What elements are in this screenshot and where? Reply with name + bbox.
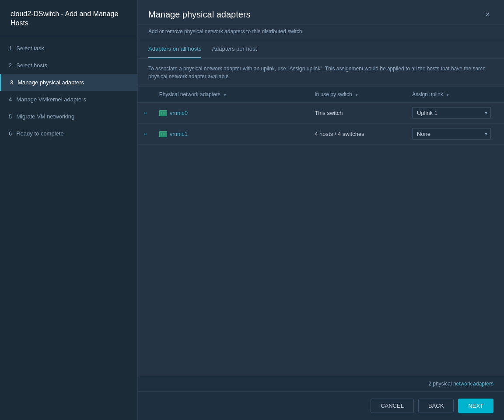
next-button[interactable]: NEXT <box>458 399 494 413</box>
col-expand <box>138 87 153 102</box>
inuse-cell: 4 hosts / 4 switches <box>308 123 406 144</box>
dialog-header: Manage physical adapters × <box>138 0 504 25</box>
physical-filter-icon[interactable]: ▾ <box>224 92 226 98</box>
adapter-name: vmnic0 <box>170 110 188 116</box>
expand-icon[interactable]: » <box>138 102 153 123</box>
step-3-number: 3 <box>10 79 13 86</box>
adapters-table: Physical network adapters ▾ In use by sw… <box>138 87 504 145</box>
step-1-label: Select task <box>16 45 44 52</box>
sidebar-step-2[interactable]: 2 Select hosts <box>0 57 137 74</box>
step-2-number: 2 <box>9 62 12 69</box>
tab-all-hosts[interactable]: Adapters on all hosts <box>148 40 201 58</box>
adapter-icon <box>159 131 167 137</box>
cancel-button[interactable]: CANCEL <box>371 399 414 413</box>
step-1-number: 1 <box>9 45 12 52</box>
sidebar: cloud2-DSwitch - Add and Manage Hosts 1 … <box>0 0 138 420</box>
expand-icon[interactable]: » <box>138 123 153 144</box>
tabs-bar: Adapters on all hosts Adapters per host <box>138 40 504 59</box>
step-2-label: Select hosts <box>16 62 47 69</box>
uplink-select-wrapper: Uplink 1Uplink 2None <box>412 107 491 119</box>
info-text: To associate a physical network adapter … <box>138 59 504 87</box>
inuse-cell: This switch <box>308 102 406 123</box>
main-dialog: Manage physical adapters × Add or remove… <box>138 0 504 420</box>
sidebar-step-5[interactable]: 5 Migrate VM networking <box>0 108 137 125</box>
assign-uplink-cell: Uplink 1Uplink 2None <box>406 123 504 144</box>
table-footer: 2 physical network adapters <box>138 376 504 391</box>
adapter-cell: vmnic0 <box>153 102 309 123</box>
col-physical-header: Physical network adapters ▾ <box>153 87 309 102</box>
table-container: Physical network adapters ▾ In use by sw… <box>138 87 504 376</box>
step-4-label: Manage VMkernel adapters <box>16 96 86 103</box>
assign-uplink-cell: Uplink 1Uplink 2None <box>406 102 504 123</box>
sidebar-step-3[interactable]: 3 Manage physical adapters <box>0 74 137 91</box>
adapter-cell: vmnic1 <box>153 123 309 144</box>
step-5-label: Migrate VM networking <box>16 113 74 120</box>
tab-per-host[interactable]: Adapters per host <box>212 40 257 58</box>
step-3-label: Manage physical adapters <box>18 79 84 86</box>
step-4-number: 4 <box>9 96 12 103</box>
step-6-label: Ready to complete <box>16 130 63 137</box>
col-inuse-header: In use by switch ▾ <box>308 87 406 102</box>
adapter-name: vmnic1 <box>170 131 188 137</box>
app-container: cloud2-DSwitch - Add and Manage Hosts 1 … <box>0 0 504 420</box>
col-assign-header: Assign uplink ▾ <box>406 87 504 102</box>
uplink-dropdown-1[interactable]: Uplink 1Uplink 2None <box>412 128 491 140</box>
dialog-title: Manage physical adapters <box>148 10 250 20</box>
sidebar-step-6[interactable]: 6 Ready to complete <box>0 125 137 142</box>
sidebar-steps: 1 Select task 2 Select hosts 3 Manage ph… <box>0 36 137 146</box>
sidebar-step-4[interactable]: 4 Manage VMkernel adapters <box>0 91 137 108</box>
uplink-select-wrapper: Uplink 1Uplink 2None <box>412 128 491 140</box>
close-button[interactable]: × <box>482 9 494 20</box>
sidebar-step-1[interactable]: 1 Select task <box>0 40 137 57</box>
table-row: »vmnic0This switchUplink 1Uplink 2None <box>138 102 504 123</box>
table-row: »vmnic14 hosts / 4 switchesUplink 1Uplin… <box>138 123 504 144</box>
adapter-icon <box>159 110 167 116</box>
step-5-number: 5 <box>9 113 12 120</box>
uplink-dropdown-0[interactable]: Uplink 1Uplink 2None <box>412 107 491 119</box>
assign-filter-icon[interactable]: ▾ <box>446 92 449 98</box>
step-6-number: 6 <box>9 130 12 137</box>
back-button[interactable]: BACK <box>418 399 454 413</box>
dialog-subtitle: Add or remove physical network adapters … <box>138 25 504 40</box>
app-title: cloud2-DSwitch - Add and Manage Hosts <box>0 0 137 36</box>
table-header-row: Physical network adapters ▾ In use by sw… <box>138 87 504 102</box>
adapter-count: 2 physical network adapters <box>428 381 494 387</box>
inuse-filter-icon[interactable]: ▾ <box>355 92 358 98</box>
dialog-footer: CANCEL BACK NEXT <box>138 391 504 420</box>
